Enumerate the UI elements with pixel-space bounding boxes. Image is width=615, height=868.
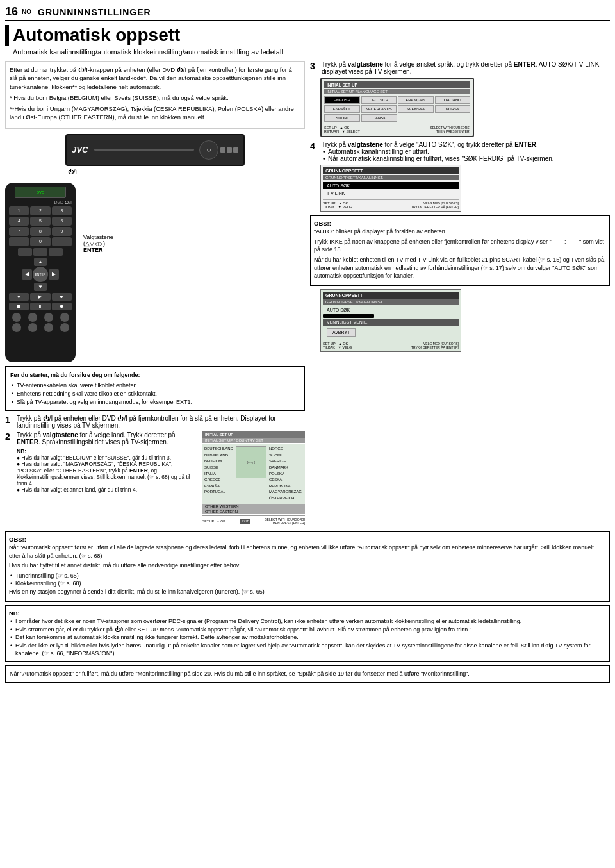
numpad-0b[interactable]: 0 xyxy=(30,237,50,246)
numpad: 1 2 3 4 5 6 7 8 9 0 xyxy=(9,206,72,246)
preinstall-title: Før du starter, må du forsikre deg om fø… xyxy=(10,371,300,380)
dvd-power-label: DVD ⏻/I xyxy=(9,200,72,204)
obs2-line3: Hvis en ny stasjon begynner å sende i di… xyxy=(9,588,606,596)
content-grid: Etter at du har trykket på ⏻/I-knappen p… xyxy=(5,61,610,528)
intro-note1: * Hvis du bor i Belgia (BELGIUM) eller S… xyxy=(10,94,300,102)
lang-dansk[interactable]: DANSK xyxy=(361,114,397,122)
nb-line3: Det kan forekomme at automatisk klokkein… xyxy=(9,633,606,642)
country-list-right: NORGESUOMISVERIGEDANMARKPOLSKACESKA REPU… xyxy=(269,446,303,501)
next-btn[interactable]: ⏭ xyxy=(52,293,72,301)
other-western: OTHER WESTERN xyxy=(202,504,305,509)
page-title: GRUNNINNSTILLINGER xyxy=(38,7,151,17)
valgtastene-label: Valgtastene (△▽◁▷) ENTER xyxy=(83,234,113,253)
circle-btn-8[interactable] xyxy=(60,323,69,332)
lang-nederlands[interactable]: NEDERLANDS xyxy=(361,105,397,113)
obs2-line1: Når "Automatisk oppsett" først er utført… xyxy=(9,544,606,560)
circle-buttons xyxy=(9,313,72,332)
play-btn[interactable]: ▶ xyxy=(30,293,50,301)
stop-btn[interactable]: ⏹ xyxy=(9,303,29,310)
obs-title-1: OBS!: xyxy=(314,219,606,228)
menu-vennligst: VENNLIGST VENT... xyxy=(323,319,459,326)
numpad-0c[interactable] xyxy=(52,237,72,246)
final-box: Når "Automatisk oppsett" er fullført, må… xyxy=(5,665,610,683)
nb-title: NB: xyxy=(9,609,606,617)
other-eastern: OTHER EASTERN xyxy=(202,509,305,514)
obs-box-2: OBS!: Når "Automatisk oppsett" først er … xyxy=(5,531,610,602)
obs2-bullet1: Tunerinnstilling (☞ s. 65) xyxy=(9,572,606,580)
lang-francais[interactable]: FRANÇAIS xyxy=(398,96,434,104)
subtitle: Automatisk kanalinnstilling/automatisk k… xyxy=(5,48,610,56)
language-screen: INITIAL SET UP INITIAL SET UP / LANGUAGE… xyxy=(320,78,474,137)
step4-bullet1: Automatisk kanalinnstilling er utført. xyxy=(322,148,610,155)
jvc-logo: JVC xyxy=(72,145,88,154)
page-no-label: NO xyxy=(22,8,31,15)
grunnoppsett-screen1: GRUNNOPPSETT GRUNNOPPSETT/KANALINNST. AU… xyxy=(320,165,461,212)
circle-btn-6[interactable] xyxy=(28,323,37,332)
obs-box-1: OBS!: "AUTO" blinker på displayet på for… xyxy=(310,215,610,286)
step-2-content: Trykk på valgtastene for å velge land. T… xyxy=(17,431,305,524)
power-label: ⏻/I xyxy=(65,169,245,175)
numpad-3[interactable]: 3 xyxy=(52,206,72,215)
menu-auto-sok2: AUTO SØK xyxy=(323,306,459,313)
lang-norsk[interactable]: NORSK xyxy=(435,105,471,113)
circle-btn-1[interactable] xyxy=(12,313,21,322)
final-text: Når "Automatisk oppsett" er fullført, må… xyxy=(10,671,470,677)
lang-deutsch[interactable]: DEUTSCH xyxy=(361,96,397,104)
avbryt-btn[interactable]: AVBRYT xyxy=(327,328,356,337)
menu-tv-link[interactable]: T-V LINK xyxy=(323,190,459,197)
preinstall-item-3: Slå på TV-apparatet og velg en inngangsm… xyxy=(10,398,300,406)
numpad-9[interactable]: 9 xyxy=(52,227,72,236)
country-screen: INITIAL SET UP INITIAL SET UP / COUNTRY … xyxy=(202,431,305,524)
step-3-num: 3 xyxy=(310,61,319,75)
menu-auto-sok[interactable]: AUTO SØK xyxy=(323,182,459,189)
left-column: Etter at du har trykket på ⏻/I-knappen p… xyxy=(5,61,305,528)
preinstall-item-1: TV-antennekabelen skal være tilkoblet en… xyxy=(10,381,300,390)
numpad-5[interactable]: 5 xyxy=(30,217,50,226)
step-2: 2 Trykk på valgtastene for å velge land.… xyxy=(5,431,305,524)
numpad-1[interactable]: 1 xyxy=(9,206,29,215)
numpad-8[interactable]: 8 xyxy=(30,227,50,236)
step-2-nb: NB: ● Hvis du har valgt "BELGIUM" eller … xyxy=(17,448,199,493)
nav-cross: ▲ ◀ ENTER ▶ ▼ xyxy=(9,258,72,291)
obs2-bullet2: Klokkeinnstilling (☞ s. 68) xyxy=(9,580,606,588)
grunnoppsett2-bottom: SET UP ▲ OK TILBAK ▼ VELG VELG MED [CURS… xyxy=(323,340,459,349)
lang-espanol[interactable]: ESPAÑOL xyxy=(324,105,360,113)
grunnoppsett-screen2-wrapper: GRUNNOPPSETT GRUNNOPPSETT/KANALINNST. AU… xyxy=(320,289,610,352)
obs1-line2: Trykk IKKE på noen av knappene på enhete… xyxy=(314,238,606,254)
preinstall-box: Før du starter, må du forsikre deg om fø… xyxy=(5,366,305,411)
rec-btn[interactable]: ⏺ xyxy=(52,303,72,310)
intro-text: Etter at du har trykket på ⏻/I-knappen p… xyxy=(10,65,300,91)
step-1-content: Trykk på ⏻/I på enheten eller DVD ⏻/I på… xyxy=(17,415,305,429)
step-4-num: 4 xyxy=(310,141,319,162)
circle-btn-7[interactable] xyxy=(44,323,53,332)
nb-box: NB: I områder hvor det ikke er noen TV-s… xyxy=(5,605,610,662)
obs1-line1: "AUTO" blinker på displayet på forsiden … xyxy=(314,228,606,236)
lang-english[interactable]: ENGLISH xyxy=(324,96,360,104)
prev-btn[interactable]: ⏮ xyxy=(9,293,29,301)
lang-suomi[interactable]: SUOMI xyxy=(324,114,360,122)
numpad-6[interactable]: 6 xyxy=(52,217,72,226)
step-2-num: 2 xyxy=(5,431,14,524)
nb-line1: I områder hvor det ikke er noen TV-stasj… xyxy=(9,617,606,626)
numpad-4[interactable]: 4 xyxy=(9,217,29,226)
intro-box: Etter at du har trykket på ⏻/I-knappen p… xyxy=(5,61,305,129)
remote-labels: Valgtastene (△▽◁▷) ENTER xyxy=(83,183,113,253)
numpad-7[interactable]: 7 xyxy=(9,227,29,236)
map-placeholder: [map] xyxy=(236,446,266,478)
circle-btn-2[interactable] xyxy=(28,313,37,322)
numpad-0a[interactable] xyxy=(9,237,29,246)
page-header: 16 NO GRUNNINNSTILLINGER xyxy=(5,5,610,21)
lang-italiano[interactable]: ITALIANO xyxy=(435,96,471,104)
obs2-line2: Hvis du har flyttet til et annet distrik… xyxy=(9,562,606,570)
step-3-content: Trykk på valgtastene for å velge ønsket … xyxy=(322,61,610,75)
circle-btn-5[interactable] xyxy=(12,323,21,332)
lang-svenska[interactable]: SVENSKA xyxy=(398,105,434,113)
transport-buttons-2: ⏹ ⏸ ⏺ xyxy=(9,303,72,310)
numpad-2[interactable]: 2 xyxy=(30,206,50,215)
main-title: Automatisk oppsett xyxy=(5,25,610,46)
pause-btn[interactable]: ⏸ xyxy=(30,303,50,310)
circle-btn-4[interactable] xyxy=(60,313,69,322)
step-4-content: Trykk på valgtastene for å velge "AUTO S… xyxy=(322,141,610,162)
remote-control: DVD DVD ⏻/I 1 2 3 4 5 6 7 8 9 0 xyxy=(5,183,76,362)
circle-btn-3[interactable] xyxy=(44,313,53,322)
